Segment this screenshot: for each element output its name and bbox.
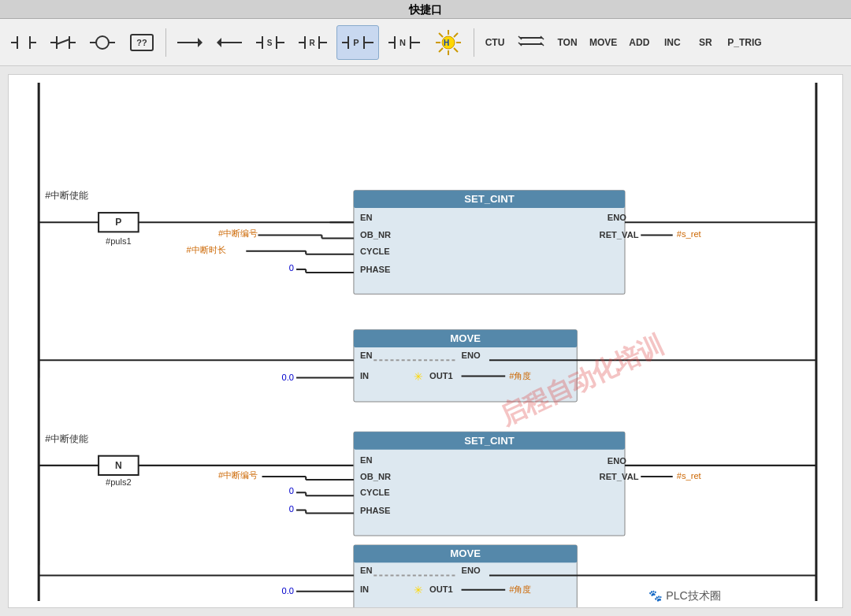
- title-bar: 快捷口: [0, 0, 851, 19]
- toolbar-r-contact[interactable]: R: [294, 25, 332, 60]
- rung1-contact-label: P: [115, 217, 121, 228]
- rung1-cycle-label: CYCLE: [360, 247, 390, 256]
- rung1-move-in-val: 0.0: [282, 373, 294, 382]
- svg-text:H: H: [444, 39, 449, 47]
- rung2-setcint-title: SET_CINT: [464, 435, 515, 447]
- svg-line-43: [439, 33, 443, 37]
- ladder-diagram: #中断使能 P #puls1 SET_CINT EN ENO #中断编号 OB_…: [9, 75, 842, 607]
- rung2-move-out1-label: OUT1: [429, 584, 453, 594]
- rung2-move-in-label: IN: [360, 584, 369, 594]
- rung1-move-title: MOVE: [450, 332, 481, 344]
- rung2-cycle-var: 0: [289, 486, 294, 495]
- main-canvas: #中断使能 P #puls1 SET_CINT EN ENO #中断编号 OB_…: [8, 74, 843, 608]
- toolbar-p-contact[interactable]: P: [336, 25, 379, 60]
- toolbar-ptrig[interactable]: P_TRIG: [724, 25, 764, 60]
- toolbar-ton[interactable]: TON: [553, 25, 582, 60]
- toolbar-n-contact[interactable]: N: [384, 25, 425, 60]
- rung2-move-star: ✳: [414, 584, 423, 596]
- title-text: 快捷口: [409, 3, 442, 16]
- toolbar-sep-2: [474, 28, 474, 57]
- svg-text:N: N: [399, 38, 406, 47]
- rung1-obnr-var: #中断编号: [218, 228, 258, 238]
- toolbar-output-coil[interactable]: [85, 25, 120, 60]
- rung2-cond-label: #中断使能: [45, 433, 88, 444]
- rung1-move-star: ✳: [414, 370, 423, 383]
- toolbar-no-contact[interactable]: [6, 25, 41, 60]
- rung1-move-in-label: IN: [360, 371, 369, 380]
- toolbar-ctu[interactable]: CTU: [481, 25, 509, 60]
- rung1-retval-var: #s_ret: [677, 229, 702, 239]
- toolbar-compare[interactable]: [514, 25, 548, 60]
- rung1-phase-label: PHASE: [360, 265, 390, 274]
- rung1-var-label: #puls1: [106, 236, 132, 246]
- rung1-en-label: EN: [360, 213, 372, 222]
- svg-point-10: [96, 36, 109, 49]
- rung1-move-eno-label: ENO: [462, 351, 481, 360]
- svg-text:P: P: [353, 38, 359, 47]
- svg-line-44: [454, 48, 458, 52]
- toolbar-unknown-block[interactable]: ??: [124, 25, 159, 60]
- rung1-cycle-var: #中断时长: [186, 245, 225, 254]
- rung2-move-eno-label: ENO: [462, 566, 481, 575]
- svg-marker-15: [198, 38, 203, 47]
- rung1-phase-var: 0: [289, 263, 294, 273]
- toolbar-add[interactable]: ADD: [625, 25, 653, 60]
- svg-line-45: [454, 33, 458, 37]
- toolbar-set[interactable]: [173, 25, 207, 60]
- toolbar: ?? S R: [0, 19, 851, 66]
- rung2-contact-label: N: [115, 460, 122, 471]
- rung2-obnr-var: #中断编号: [218, 470, 258, 480]
- toolbar-sep-1: [165, 28, 166, 57]
- toolbar-reset[interactable]: [212, 25, 247, 60]
- rung1-cond-label: #中断使能: [45, 190, 88, 201]
- rung2-eno-label: ENO: [608, 456, 626, 466]
- svg-line-8: [57, 39, 69, 44]
- rung2-retval-label: RET_VAL: [600, 472, 639, 481]
- rung2-phase-var: 0: [289, 504, 294, 514]
- toolbar-s-contact[interactable]: S: [251, 25, 289, 60]
- rung1-move-en-label: EN: [360, 351, 372, 360]
- rung2-move-title: MOVE: [450, 547, 481, 559]
- rung2-cycle-label: CYCLE: [360, 488, 390, 497]
- rung1-setcint-title: SET_CINT: [464, 193, 515, 205]
- rung2-move-in-val: 0.0: [282, 586, 294, 596]
- rung2-move-en-label: EN: [360, 566, 372, 575]
- rung2-move-out1-var: #角度: [509, 584, 531, 594]
- toolbar-nc-contact[interactable]: [46, 25, 80, 60]
- toolbar-move[interactable]: MOVE: [586, 25, 620, 60]
- rung2-retval-var: #s_ret: [677, 471, 702, 481]
- svg-marker-17: [217, 38, 221, 47]
- rung1-retval-label: RET_VAL: [600, 230, 639, 239]
- toolbar-sr[interactable]: SR: [691, 25, 719, 60]
- toolbar-func-icon[interactable]: H: [429, 25, 467, 60]
- toolbar-inc[interactable]: INC: [658, 25, 686, 60]
- rung1-move-out1-var: #角度: [509, 371, 531, 380]
- svg-text:S: S: [267, 39, 273, 47]
- svg-text:R: R: [309, 39, 315, 47]
- rung1-eno-label: ENO: [608, 213, 626, 222]
- rung2-en-label: EN: [360, 455, 372, 465]
- logo-text: 🐾 PLC技术圈: [648, 588, 720, 603]
- svg-line-46: [439, 48, 443, 52]
- rung2-var-label: #puls2: [106, 477, 132, 487]
- rung2-phase-label: PHASE: [360, 506, 390, 515]
- rung1-move-out1-label: OUT1: [429, 371, 453, 380]
- rung1-obnr-label: OB_NR: [360, 230, 391, 239]
- rung2-obnr-label: OB_NR: [360, 472, 391, 481]
- svg-text:??: ??: [136, 38, 147, 47]
